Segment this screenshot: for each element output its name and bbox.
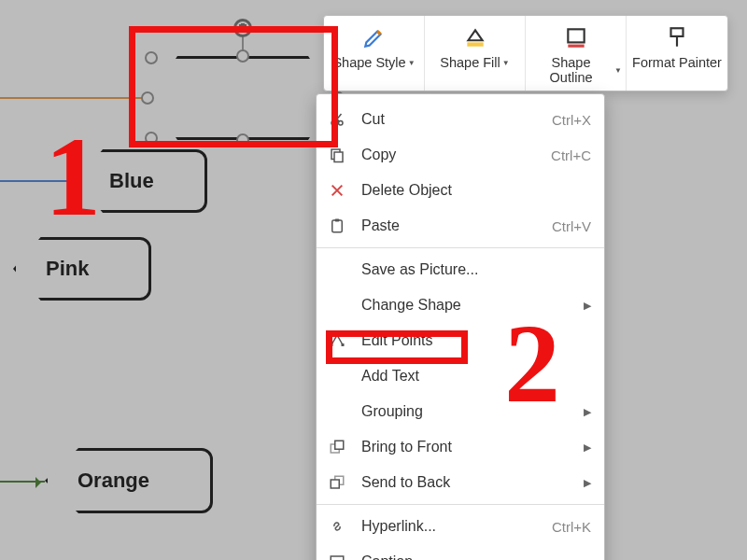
handle-w[interactable] (141, 91, 154, 105)
brush-icon (360, 23, 388, 51)
menu-shortcut: Ctrl+C (551, 147, 591, 163)
svg-rect-8 (332, 220, 343, 232)
svg-rect-16 (331, 556, 344, 560)
rotation-handle[interactable] (233, 19, 252, 37)
menu-paste[interactable]: Paste Ctrl+V (317, 208, 604, 244)
svg-rect-15 (331, 480, 339, 488)
menu-save-as-picture[interactable]: Save as Picture... (317, 252, 604, 287)
shape-pink[interactable]: Pink (13, 237, 151, 301)
menu-change-shape[interactable]: Change Shape ▶ (317, 287, 604, 323)
menu-label: Copy (361, 147, 538, 163)
menu-caption[interactable]: Caption... (317, 544, 604, 560)
connector-blue (0, 180, 77, 182)
ribbon-shape-outline[interactable]: Shape Outline▼ (526, 16, 627, 91)
menu-separator (317, 504, 604, 505)
submenu-icon: ▶ (584, 477, 591, 489)
copy-icon (326, 144, 348, 166)
submenu-icon: ▶ (584, 406, 591, 418)
menu-label: Delete Object (361, 182, 591, 199)
shape-label: Blue (109, 169, 154, 193)
menu-shortcut: Ctrl+X (552, 112, 591, 128)
editpoints-icon (326, 329, 348, 352)
paste-icon (326, 215, 348, 237)
menu-copy[interactable]: Copy Ctrl+C (317, 137, 604, 173)
menu-label: Paste (361, 217, 539, 234)
menu-grouping[interactable]: Grouping ▶ (317, 394, 604, 429)
link-icon (326, 515, 348, 538)
menu-label: Cut (361, 111, 539, 128)
svg-rect-7 (334, 152, 343, 162)
shape-label: Pink (46, 257, 89, 281)
menu-label: Grouping (361, 403, 571, 420)
send-back-icon (326, 471, 348, 494)
bring-front-icon (326, 436, 348, 458)
fill-icon (461, 23, 489, 51)
svg-rect-3 (671, 28, 684, 36)
ribbon-shape-style[interactable]: Shape Style▼ (324, 16, 425, 91)
menu-label: Hyperlink... (361, 518, 539, 535)
menu-label: Add Text (361, 368, 591, 385)
submenu-icon: ▶ (584, 441, 591, 454)
menu-hyperlink[interactable]: Hyperlink... Ctrl+K (317, 509, 604, 544)
dropdown-icon: ▼ (502, 59, 510, 67)
svg-rect-9 (335, 219, 340, 222)
menu-separator (317, 247, 604, 248)
menu-bring-to-front[interactable]: Bring to Front ▶ (317, 429, 604, 465)
menu-label: Change Shape (361, 297, 571, 314)
handle-sw[interactable] (145, 132, 158, 145)
menu-add-text[interactable]: Add Text (317, 358, 604, 394)
menu-label: Save as Picture... (361, 261, 591, 278)
svg-rect-1 (568, 29, 584, 42)
handle-n[interactable] (236, 49, 249, 63)
handle-nw[interactable] (145, 51, 158, 64)
menu-label: Edit Points (361, 332, 591, 349)
menu-label: Caption... (361, 553, 591, 560)
ribbon-label: Shape Fill (440, 55, 500, 70)
handle-s[interactable] (236, 133, 249, 147)
menu-label: Bring to Front (361, 439, 571, 455)
svg-rect-0 (467, 42, 483, 46)
svg-rect-10 (331, 343, 333, 346)
svg-rect-2 (568, 45, 584, 48)
svg-rect-11 (342, 343, 345, 346)
ribbon-label: Shape Style (332, 55, 405, 70)
menu-delete-object[interactable]: Delete Object (317, 173, 604, 208)
shape-blue[interactable]: Blue (77, 149, 207, 213)
menu-label: Send to Back (361, 474, 571, 491)
shape-format-ribbon: Shape Style▼ Shape Fill▼ Shape Outline▼ … (323, 15, 728, 91)
shape-orange[interactable]: Orange (45, 448, 213, 513)
menu-edit-points[interactable]: Edit Points (317, 323, 604, 358)
caption-icon (326, 551, 348, 560)
shape-label: Orange (78, 469, 149, 493)
ribbon-label: Format Painter (632, 55, 722, 70)
menu-shortcut: Ctrl+V (552, 218, 591, 234)
ribbon-label: Shape Outline (529, 55, 613, 85)
delete-icon (326, 179, 348, 202)
context-menu: Cut Ctrl+X Copy Ctrl+C Delete Object Pas… (316, 93, 605, 560)
svg-rect-13 (335, 441, 344, 449)
shape-selected-hexagon[interactable] (149, 56, 336, 140)
ribbon-format-painter[interactable]: Format Painter (627, 16, 727, 91)
dropdown-icon: ▼ (614, 66, 622, 75)
connector-orange (0, 97, 157, 99)
menu-shortcut: Ctrl+K (552, 519, 591, 535)
connector-green (0, 481, 45, 483)
ribbon-shape-fill[interactable]: Shape Fill▼ (425, 16, 526, 91)
painter-icon (663, 23, 691, 51)
cut-icon (326, 108, 348, 131)
dropdown-icon: ▼ (408, 59, 416, 67)
menu-cut[interactable]: Cut Ctrl+X (317, 102, 604, 137)
outline-icon (562, 23, 590, 51)
menu-send-to-back[interactable]: Send to Back ▶ (317, 465, 604, 500)
submenu-icon: ▶ (584, 300, 591, 312)
